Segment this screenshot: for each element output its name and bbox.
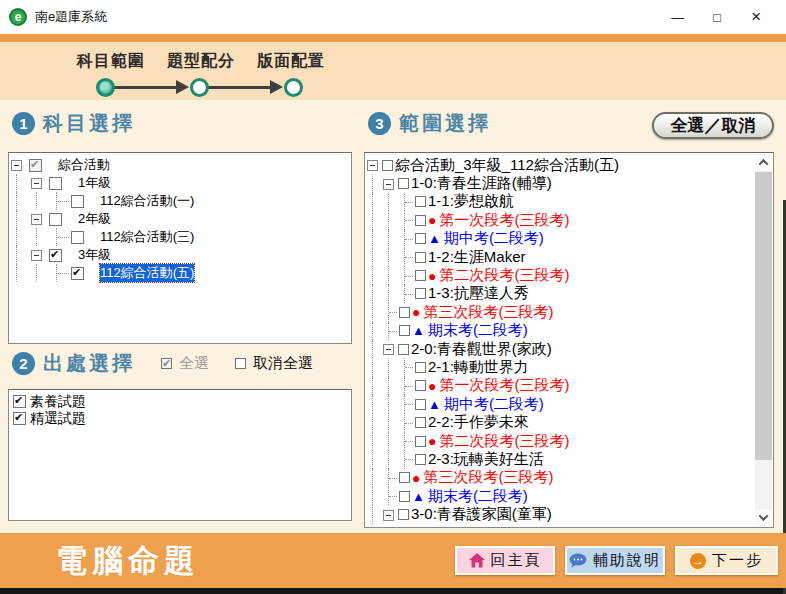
tree-node-label[interactable]: 綜合活動_3年級_112綜合活動(五) (395, 156, 619, 175)
tree-node-label[interactable]: 期末考(二段考) (428, 487, 528, 506)
tree-node-label[interactable]: 2-3:玩轉美好生活 (428, 450, 544, 469)
tree-node-label[interactable]: 112綜合活動(五) (100, 264, 194, 282)
checkbox-icon[interactable] (398, 509, 409, 520)
tree-node-label[interactable]: 1-3:抗壓達人秀 (428, 284, 529, 303)
step-dot-2[interactable] (190, 78, 209, 97)
collapse-toggle-icon[interactable] (31, 250, 42, 261)
tree-row[interactable]: ●第二次段考(三段考) (367, 266, 753, 284)
checkbox-icon[interactable] (415, 215, 426, 226)
checkbox-icon[interactable] (71, 231, 84, 244)
collapse-toggle-icon[interactable] (367, 160, 378, 171)
help-button[interactable]: 輔助說明 (565, 546, 665, 575)
collapse-toggle-icon[interactable] (31, 178, 42, 189)
tree-row[interactable]: ●第一次段考(三段考) (367, 211, 753, 229)
checkbox-icon[interactable] (161, 358, 172, 369)
tree-row[interactable]: ●第三次段考(三段考) (367, 469, 753, 487)
tree-node-label[interactable]: 2-0:青春觀世界(家政) (411, 340, 552, 359)
checkbox-icon[interactable] (399, 307, 410, 318)
tree-node-label[interactable]: 期末考(二段考) (428, 321, 528, 340)
checkbox-icon[interactable] (13, 395, 26, 408)
checkbox-icon[interactable] (29, 159, 42, 172)
checkbox-icon[interactable] (415, 399, 426, 410)
checkbox-icon[interactable] (415, 362, 426, 373)
checkbox-icon[interactable] (415, 454, 426, 465)
tree-row[interactable]: 綜合活動 (11, 156, 349, 174)
collapse-toggle-icon[interactable] (383, 510, 394, 521)
minimize-button[interactable]: — (658, 0, 697, 34)
tree-row[interactable]: 1-3:抗壓達人秀 (367, 285, 753, 303)
checkbox-icon[interactable] (415, 270, 426, 281)
tree-row[interactable]: 2-0:青春觀世界(家政) (367, 340, 753, 358)
checkbox-icon[interactable] (415, 233, 426, 244)
tree-row[interactable]: 2-3:玩轉美好生活 (367, 450, 753, 468)
checkbox-icon[interactable] (398, 344, 409, 355)
tree-node-label[interactable]: 2-2:手作夢未來 (428, 413, 529, 432)
tree-row[interactable]: 2-2:手作夢未來 (367, 413, 753, 431)
tree-row[interactable]: 綜合活動_3年級_112綜合活動(五) (367, 156, 753, 174)
tree-node-label[interactable]: 112綜合活動(三) (100, 228, 194, 246)
checkbox-icon[interactable] (71, 195, 84, 208)
scroll-down-icon[interactable] (755, 509, 772, 526)
tree-node-label[interactable]: 第二次段考(三段考) (439, 266, 569, 285)
tree-node-label[interactable]: 第三次段考(三段考) (423, 468, 553, 487)
collapse-toggle-icon[interactable] (11, 160, 22, 171)
tree-node-label[interactable]: 第一次段考(三段考) (439, 376, 569, 395)
collapse-toggle-icon[interactable] (31, 214, 42, 225)
subject-tree[interactable]: 綜合活動1年級112綜合活動(一)2年級112綜合活動(三)3年級112綜合活動… (8, 152, 352, 344)
scrollbar[interactable] (755, 154, 772, 526)
tree-node-label[interactable]: 第一次段考(三段考) (439, 211, 569, 230)
scroll-up-icon[interactable] (755, 154, 772, 171)
checkbox-icon[interactable] (235, 358, 246, 369)
checkbox-icon[interactable] (49, 177, 62, 190)
tree-row[interactable]: 112綜合活動(三) (11, 228, 349, 246)
tree-node-label[interactable]: 期中考(二段考) (444, 229, 544, 248)
tree-row[interactable]: ▲期中考(二段考) (367, 395, 753, 413)
tree-node-label[interactable]: 2-1:轉動世界力 (428, 358, 529, 377)
checkbox-icon[interactable] (399, 491, 410, 502)
select-all-toggle-button[interactable]: 全選／取消 (652, 112, 774, 139)
tree-node-label[interactable]: 2年級 (78, 210, 111, 228)
tree-node-label[interactable]: 1年級 (78, 174, 111, 192)
tree-row[interactable]: 112綜合活動(一) (11, 192, 349, 210)
tree-row[interactable]: ▲期中考(二段考) (367, 230, 753, 248)
checkbox-icon[interactable] (13, 412, 26, 425)
checkbox-icon[interactable] (415, 417, 426, 428)
tree-node-label[interactable]: 3年級 (78, 246, 111, 264)
checkbox-icon[interactable] (71, 267, 84, 280)
select-all-checkbox[interactable]: 全選 (161, 354, 209, 373)
list-item[interactable]: 素養試題 (11, 393, 349, 410)
next-step-button[interactable]: → 下一步 (675, 546, 778, 575)
tree-node-label[interactable]: 第三次段考(三段考) (423, 303, 553, 322)
home-button[interactable]: 回主頁 (455, 546, 555, 575)
close-button[interactable]: × (737, 0, 776, 34)
step-dot-3[interactable] (284, 78, 303, 97)
collapse-toggle-icon[interactable] (383, 179, 394, 190)
list-item[interactable]: 精選試題 (11, 410, 349, 427)
source-listbox[interactable]: 素養試題精選試題 (8, 389, 352, 521)
deselect-all-checkbox[interactable]: 取消全選 (235, 354, 313, 373)
checkbox-icon[interactable] (399, 472, 410, 483)
tree-row[interactable]: 2-1:轉動世界力 (367, 358, 753, 376)
tree-row[interactable]: ●第三次段考(三段考) (367, 303, 753, 321)
tree-row[interactable]: 112綜合活動(五) (11, 264, 349, 282)
tree-node-label[interactable]: 1-0:青春生涯路(輔導) (411, 174, 552, 193)
tree-row[interactable]: ●第一次段考(三段考) (367, 377, 753, 395)
tree-row[interactable]: 3-0:青春護家園(童軍) (367, 505, 753, 523)
step-dot-1-active[interactable] (96, 78, 115, 97)
checkbox-icon[interactable] (415, 196, 426, 207)
checkbox-icon[interactable] (49, 249, 62, 262)
tree-row[interactable]: ▲期末考(二段考) (367, 322, 753, 340)
tree-row[interactable]: 1-1:夢想啟航 (367, 193, 753, 211)
checkbox-icon[interactable] (415, 288, 426, 299)
checkbox-icon[interactable] (399, 325, 410, 336)
tree-node-label[interactable]: 1-1:夢想啟航 (428, 192, 514, 211)
tree-row[interactable]: 1-2:生涯Maker (367, 248, 753, 266)
tree-node-label[interactable]: 112綜合活動(一) (100, 192, 194, 210)
tree-node-label[interactable]: 1-2:生涯Maker (428, 248, 526, 267)
scrollbar-thumb[interactable] (755, 172, 772, 460)
maximize-button[interactable]: □ (697, 0, 736, 34)
tree-row[interactable]: 2年級 (11, 210, 349, 228)
tree-row[interactable]: ●第二次段考(三段考) (367, 432, 753, 450)
checkbox-icon[interactable] (415, 436, 426, 447)
tree-node-label[interactable]: 第二次段考(三段考) (439, 432, 569, 451)
